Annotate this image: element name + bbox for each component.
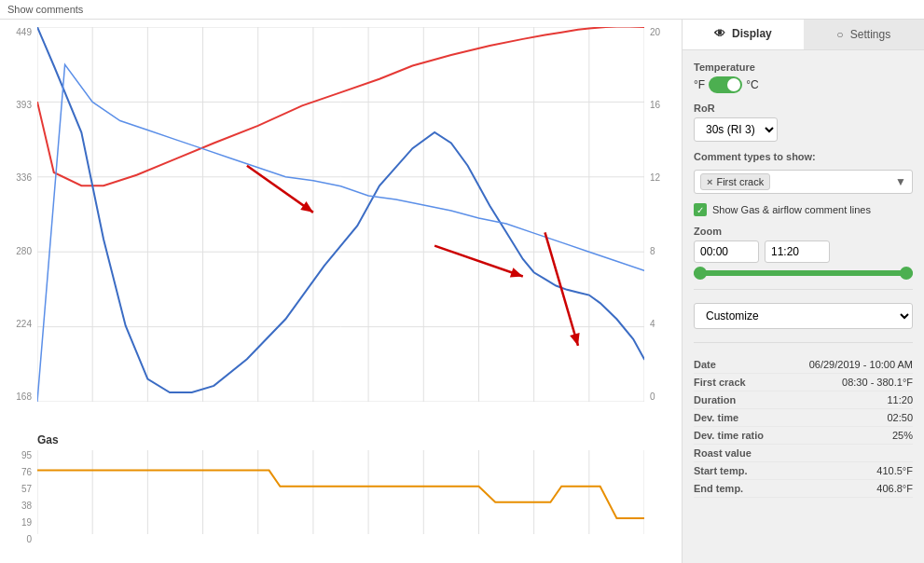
zoom-inputs — [694, 240, 913, 263]
ror-select[interactable]: 30s (RI 3) 60s (RI 5) Off — [694, 117, 778, 142]
info-row-date: Date 06/29/2019 - 10:00 AM — [694, 356, 913, 374]
tag-label: First crack — [716, 176, 764, 187]
zoom-end-input[interactable] — [765, 240, 830, 263]
show-comments-label: Show comments — [7, 4, 83, 15]
comment-types-field: Comment types to show: × First crack ▼ — [694, 151, 913, 194]
zoom-slider-handle-left[interactable] — [694, 267, 707, 280]
comment-types-label: Comment types to show: — [694, 151, 913, 162]
ror-label: RoR — [694, 103, 913, 114]
unit-f-label: °F — [694, 78, 705, 91]
divider-1 — [694, 289, 913, 290]
y-axis-right: 20 16 12 8 4 0 — [646, 27, 682, 402]
settings-icon: ○ — [836, 28, 843, 41]
customize-select[interactable]: Customize — [694, 303, 913, 329]
sidebar-content: Temperature °F °C RoR 30s (RI 3) 60s (RI… — [683, 50, 924, 509]
sidebar: 👁 Display ○ Settings Temperature °F — [682, 20, 924, 563]
gas-label: Gas — [0, 430, 682, 450]
info-row-first-crack: First crack 08:30 - 380.1°F — [694, 374, 913, 391]
gas-chart-wrapper: 95 76 57 38 19 0 — [0, 450, 682, 563]
zoom-label: Zoom — [694, 226, 913, 237]
gas-checkbox-label: Show Gas & airflow comment lines — [712, 204, 871, 215]
info-row-roast-value: Roast value — [694, 445, 913, 462]
tab-settings[interactable]: ○ Settings — [804, 20, 925, 49]
gas-y-axis: 95 76 57 38 19 0 — [0, 450, 35, 544]
gas-checkbox-row[interactable]: ✓ Show Gas & airflow comment lines — [694, 203, 913, 216]
info-row-dev-time-ratio: Dev. time ratio 25% — [694, 427, 913, 445]
info-row-dev-time: Dev. time 02:50 — [694, 409, 913, 427]
zoom-slider[interactable] — [694, 270, 913, 276]
temperature-field: Temperature °F °C — [694, 62, 913, 93]
info-table: Date 06/29/2019 - 10:00 AM First crack 0… — [694, 356, 913, 498]
tab-display[interactable]: 👁 Display — [683, 20, 804, 49]
y-axis-left: 449 393 336 280 224 168 — [0, 27, 35, 402]
tag-remove-icon[interactable]: × — [707, 176, 712, 187]
temperature-toggle[interactable] — [709, 76, 742, 93]
temp-chart-canvas — [37, 27, 644, 402]
unit-c-label: °C — [746, 78, 758, 91]
temperature-label: Temperature — [694, 62, 755, 73]
first-crack-tag: × First crack — [700, 173, 770, 190]
info-row-end-temp: End temp. 406.8°F — [694, 480, 913, 498]
divider-2 — [694, 342, 913, 343]
zoom-field: Zoom — [694, 226, 913, 276]
display-icon: 👁 — [714, 27, 725, 40]
tag-container[interactable]: × First crack ▼ — [694, 170, 913, 194]
tab-bar: 👁 Display ○ Settings — [683, 20, 924, 50]
ror-field: RoR 30s (RI 3) 60s (RI 5) Off — [694, 103, 913, 142]
chart-area: 449 393 336 280 224 168 20 16 12 8 4 0 G… — [0, 20, 682, 563]
info-row-duration: Duration 11:20 — [694, 391, 913, 409]
info-row-start-temp: Start temp. 410.5°F — [694, 462, 913, 480]
temperature-toggle-row: °F °C — [694, 76, 913, 93]
gas-chart-canvas — [37, 450, 644, 534]
temp-chart-wrapper: 449 393 336 280 224 168 20 16 12 8 4 0 — [0, 20, 682, 430]
gas-checkbox[interactable]: ✓ — [694, 203, 707, 216]
top-bar[interactable]: Show comments — [0, 0, 924, 20]
tag-dropdown-icon[interactable]: ▼ — [895, 175, 906, 188]
zoom-slider-handle-right[interactable] — [900, 267, 913, 280]
zoom-start-input[interactable] — [694, 240, 759, 263]
toggle-knob — [727, 78, 740, 91]
